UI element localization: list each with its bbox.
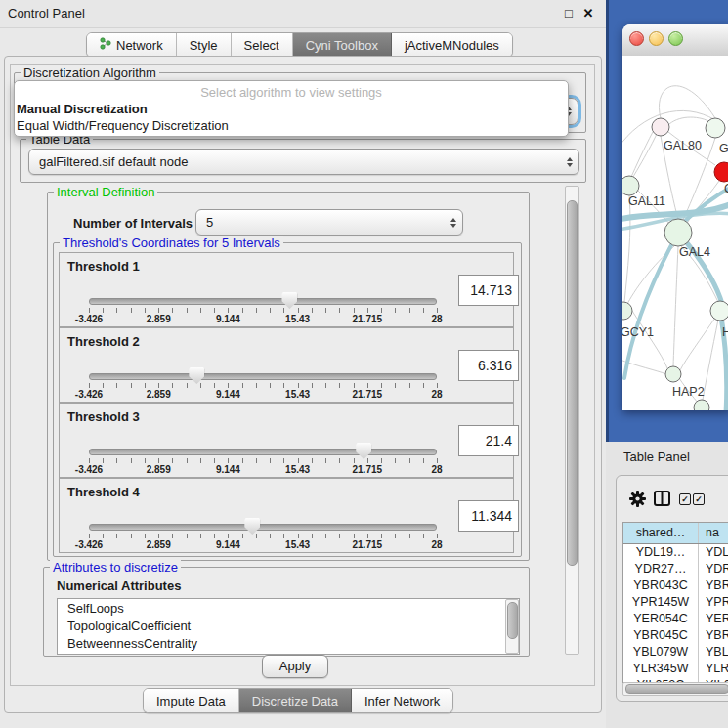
close-traffic-light[interactable] [629,31,644,46]
slider-thumb[interactable] [356,443,371,459]
tab-label: jActiveMNodules [405,38,499,53]
tick-label: 9.144 [216,314,240,324]
stepper-arrows [445,218,462,228]
network-icon [100,37,111,53]
apply-button[interactable]: Apply [262,655,328,678]
scrollbar-thumb[interactable] [507,602,518,639]
columns-icon[interactable] [654,491,670,509]
node-gal80[interactable] [652,118,669,136]
tab-label: Impute Data [156,694,226,708]
tab-network[interactable]: Network [87,33,177,57]
network-view-region: GAL80 GA C GAL11 GAL4 GCY1 H HAP2 [606,0,728,442]
node-h[interactable] [710,301,728,321]
tab-label: Cyni Toolbox [306,38,378,53]
slider-ticks [89,458,438,463]
threshold-value-field[interactable]: 11.344 [458,500,519,532]
list-item[interactable]: BetweennessCentrality [58,634,519,652]
tab-select[interactable]: Select [232,33,293,57]
slider-track[interactable] [89,373,437,380]
threshold-value-field[interactable]: 21.4 [458,425,519,456]
list-item[interactable]: SelfLoops [58,599,519,617]
scrollbar-thumb[interactable] [625,684,728,694]
minimize-traffic-light[interactable] [649,31,664,46]
table-row[interactable]: YER054CYER0 [623,611,728,627]
node-hap2[interactable] [665,366,681,382]
tab-label: Select [244,38,279,53]
settings-vertical-scrollbar[interactable] [565,186,579,655]
threshold-label: Threshold 3 [67,409,140,424]
table-data-combo[interactable]: galFiltered.sif default node [28,149,579,175]
tick-label: 15.43 [285,539,310,550]
network-window-titlebar[interactable] [622,24,728,57]
table-row[interactable]: YLR345WYLR3 [623,661,728,677]
threshold-value-field[interactable]: 14.713 [458,275,519,306]
node-label: C [724,182,728,195]
table-row[interactable]: YBR043CYBR0 [623,578,728,594]
table-row[interactable]: YPR145WYPR1 [623,594,728,611]
tab-discretize-data[interactable]: Discretize Data [239,689,352,712]
bottom-tabbar: Impute Data Discretize Data Infer Networ… [143,688,453,713]
column-header-shared[interactable]: shared… [623,523,699,543]
slider-track[interactable] [89,449,437,455]
tab-infer-network[interactable]: Infer Network [352,689,452,712]
node-gal4[interactable] [664,219,692,246]
scrollbar-thumb[interactable] [567,200,578,566]
tab-impute-data[interactable]: Impute Data [144,689,239,712]
checkbox-icon[interactable]: ✓ [693,493,705,505]
threshold-slider[interactable]: -3.426 2.859 9.144 15.43 21.715 28 [89,367,437,401]
tick-label: 15.43 [285,464,310,475]
tick-label: 28 [431,464,442,475]
panel-title: Control Panel [8,0,85,27]
tab-label: Infer Network [364,694,440,708]
numerical-attributes-list[interactable]: SelfLoops TopologicalCoefficient Between… [57,598,520,655]
list-item[interactable]: TopologicalCoefficient [58,617,519,634]
node-label: H [722,325,728,339]
tab-jactivemnodules[interactable]: jActiveMNodules [392,33,512,57]
node-selected-red[interactable] [714,162,728,182]
gear-icon[interactable] [628,490,647,511]
slider-thumb[interactable] [244,518,260,535]
slider-track[interactable] [89,298,437,305]
zoom-traffic-light[interactable] [668,31,683,46]
threshold-label: Threshold 2 [67,334,140,349]
popup-item-manual-discretization[interactable]: Manual Discretization [17,102,148,116]
network-canvas[interactable]: GAL80 GA C GAL11 GAL4 GCY1 H HAP2 [622,56,728,410]
node-attribute-table[interactable]: shared… na YDL19…YDL1 YDR27…YDR2 YBR043C… [622,522,728,683]
node-bottom-partial[interactable] [694,400,709,410]
slider-ticks [89,308,438,313]
table-row[interactable]: YBL079WYBL0 [623,644,728,661]
group-title: Attributes to discretize [50,560,181,575]
node-top-right[interactable] [706,118,725,138]
tab-style[interactable]: Style [177,33,232,57]
table-horizontal-scrollbar[interactable] [622,682,728,696]
slider-thumb[interactable] [189,367,204,384]
float-window-icon[interactable]: □ [561,6,577,21]
tab-cyni-toolbox[interactable]: Cyni Toolbox [293,33,392,57]
threshold-slider[interactable]: -3.426 2.859 9.144 15.43 21.715 28 [89,292,437,325]
column-header-name[interactable]: na [699,523,728,543]
tick-label: -3.426 [75,539,103,550]
node-label: GA [719,142,728,155]
node-label: GAL11 [628,194,665,208]
close-icon[interactable]: ✕ [580,6,596,21]
checkbox-icon[interactable]: ✓ [679,493,691,505]
control-panel: Control Panel □ ✕ Network Style Select C… [0,0,606,728]
threshold-value-field[interactable]: 6.316 [458,350,519,381]
tick-label: 9.144 [216,389,240,400]
number-of-intervals-label: Number of Intervals [73,216,193,231]
node-label: GAL80 [664,139,702,152]
threshold-slider[interactable]: -3.426 2.859 9.144 15.43 21.715 28 [89,518,437,551]
node-gal11[interactable] [622,176,639,195]
table-row[interactable]: YDR27…YDR2 [623,561,728,578]
attributes-scrollbar[interactable] [505,599,519,654]
table-row[interactable]: YBR045CYBR0 [623,627,728,644]
threshold-slider[interactable]: -3.426 2.859 9.144 15.43 21.715 28 [89,443,437,476]
slider-thumb[interactable] [281,292,297,309]
table-row[interactable]: YDL19…YDL1 [623,544,728,561]
node-gcy1[interactable] [622,302,632,320]
tick-label: 9.144 [216,464,240,475]
slider-track[interactable] [89,524,437,531]
popup-item-equal-width-frequency[interactable]: Equal Width/Frequency Discretization [17,118,229,133]
tick-label: 15.43 [285,314,310,324]
number-of-intervals-combo[interactable]: 5 [195,209,463,236]
